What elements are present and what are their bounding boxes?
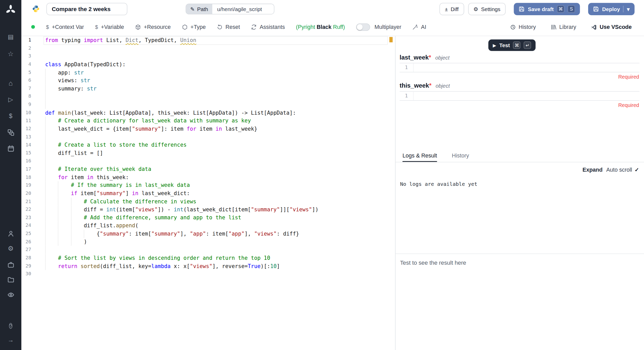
- add-resource-button[interactable]: +Resource: [135, 24, 171, 30]
- windmill-logo-icon[interactable]: [5, 5, 16, 15]
- line-number: 3: [21, 52, 31, 60]
- library-icon: [551, 24, 556, 30]
- wand-icon: [412, 24, 418, 30]
- path-control: ✎ Path u/henri/agile_script: [186, 4, 274, 14]
- code-line[interactable]: 4class AppData(TypedDict):: [21, 60, 395, 68]
- check-icon: ✓: [634, 167, 639, 173]
- audit-eye-icon[interactable]: [0, 289, 21, 299]
- code-line[interactable]: 13: [21, 133, 395, 141]
- code-line[interactable]: 9: [21, 101, 395, 109]
- code-line[interactable]: 18 for item in this_week:: [21, 173, 395, 181]
- code-line[interactable]: 17 # Iterate over this_week data: [21, 165, 395, 173]
- refresh-icon: [251, 24, 257, 30]
- reset-button[interactable]: Reset: [217, 24, 240, 30]
- workers-briefcase-icon[interactable]: [0, 259, 21, 269]
- deploy-save-icon: [593, 6, 599, 12]
- line-number: 21: [21, 197, 31, 205]
- code-line[interactable]: 10def main(last_week: List[AppData], thi…: [21, 109, 395, 117]
- code-line[interactable]: 30: [21, 270, 395, 278]
- assistants-button[interactable]: Assistants: [251, 24, 285, 30]
- multiplayer-label: Multiplayer: [375, 24, 401, 30]
- dollar-icon: $: [46, 24, 49, 30]
- settings-button[interactable]: ⚙ Settings: [468, 3, 506, 15]
- add-variable-button[interactable]: $ +Variable: [95, 24, 124, 30]
- code-line[interactable]: 3: [21, 52, 395, 60]
- code-line[interactable]: 25 {"summary": item["summary"], "app": i…: [21, 230, 395, 238]
- script-path-value[interactable]: u/henri/agile_script: [212, 4, 274, 14]
- test-button[interactable]: ▶ Test ⌘ ↵: [488, 39, 536, 51]
- line-number: 9: [21, 101, 31, 109]
- favorites-star-icon[interactable]: ☆: [0, 49, 21, 59]
- help-question-icon[interactable]: ?: [0, 321, 21, 330]
- code-line[interactable]: 28 # Sort the list by views in descendin…: [21, 254, 395, 262]
- save-draft-button[interactable]: Save draft ⌘ S: [514, 3, 580, 15]
- ai-button[interactable]: AI: [412, 24, 426, 30]
- code-line[interactable]: 22 diff = int(item["views"]) - int(last_…: [21, 206, 395, 214]
- code-line[interactable]: 2: [21, 44, 395, 52]
- command-key-icon: ⌘: [513, 41, 521, 49]
- code-line[interactable]: 12 last_week_dict = {item["summary"]: it…: [21, 125, 395, 133]
- runs-play-icon[interactable]: ▷: [0, 95, 21, 104]
- diff-button[interactable]: ± Diff: [439, 3, 464, 15]
- code-line[interactable]: 8: [21, 93, 395, 101]
- tab-history[interactable]: History: [452, 150, 469, 162]
- code-editor[interactable]: 1from typing import List, Dict, TypedDic…: [21, 36, 395, 350]
- code-line[interactable]: 16: [21, 157, 395, 165]
- folders-folder-icon[interactable]: [0, 274, 21, 284]
- last-week-input[interactable]: [414, 63, 639, 72]
- add-type-button[interactable]: +Type: [182, 24, 206, 30]
- required-label: Required: [618, 102, 639, 108]
- use-vscode-button[interactable]: Use VScode: [591, 24, 632, 30]
- history-button[interactable]: History: [510, 24, 536, 30]
- panels-icon[interactable]: ▤: [0, 32, 21, 42]
- code-line[interactable]: 26 ): [21, 238, 395, 246]
- code-line[interactable]: 19 # If the summary is in last_week data: [21, 181, 395, 189]
- overview-ruler-warning-mark: [389, 37, 393, 42]
- resources-icon[interactable]: [0, 127, 21, 137]
- expand-button[interactable]: Expand: [582, 167, 603, 173]
- multiplayer-toggle[interactable]: [356, 23, 370, 31]
- code-line[interactable]: 11 # Create a dictionary for last_week d…: [21, 117, 395, 125]
- tab-logs-result[interactable]: Logs & Result: [403, 150, 437, 162]
- box-icon: [135, 24, 141, 30]
- editor-toolbar: $ +Context Var $ +Variable +Resource +Ty…: [21, 18, 644, 36]
- code-line[interactable]: 7 summary: str: [21, 85, 395, 93]
- code-line[interactable]: 29 return sorted(diff_list, key=lambda x…: [21, 262, 395, 270]
- line-number: 27: [21, 246, 31, 254]
- home-icon[interactable]: ⌂: [0, 79, 21, 88]
- required-asterisk: *: [429, 82, 431, 89]
- sidebar: ▤ ☆ ⌂ ▷ $ ⚙ ? →: [0, 0, 21, 350]
- code-line[interactable]: 6 views: str: [21, 77, 395, 85]
- settings-gear-icon[interactable]: ⚙: [0, 244, 21, 253]
- code-line[interactable]: 20 if item["summary"] in last_week_dict:: [21, 189, 395, 197]
- deploy-button[interactable]: Deploy ▾: [588, 3, 634, 15]
- chevron-down-icon[interactable]: ▾: [627, 6, 630, 12]
- line-number: 10: [21, 109, 31, 117]
- line-number: 2: [21, 44, 31, 52]
- python-logo-icon: [32, 5, 40, 14]
- schedules-calendar-icon[interactable]: [0, 143, 21, 153]
- collapse-arrow-icon[interactable]: →: [0, 335, 21, 345]
- arg-editor-this-week: 1: [400, 91, 639, 101]
- script-title-input[interactable]: [46, 3, 127, 15]
- add-context-var-button[interactable]: $ +Context Var: [46, 24, 84, 30]
- required-asterisk: *: [429, 54, 431, 61]
- code-line[interactable]: 14 # Create a list to store the differen…: [21, 141, 395, 149]
- library-button[interactable]: Library: [551, 24, 576, 30]
- users-person-icon[interactable]: [0, 228, 21, 238]
- this-week-input[interactable]: [414, 92, 639, 100]
- no-logs-message: No logs are available yet: [400, 181, 477, 187]
- edit-path-button[interactable]: ✎ Path: [186, 4, 212, 14]
- line-number: 12: [21, 125, 31, 133]
- code-line[interactable]: 24 diff_list.append(: [21, 222, 395, 230]
- code-line[interactable]: 23 # Add the difference, summary and app…: [21, 214, 395, 222]
- auto-scroll-toggle[interactable]: Auto scroll ✓: [606, 167, 639, 173]
- code-line[interactable]: 1from typing import List, Dict, TypedDic…: [21, 36, 395, 44]
- arg-line-number: 1: [400, 92, 413, 100]
- code-line[interactable]: 15 diff_list = []: [21, 149, 395, 157]
- app-root: ▤ ☆ ⌂ ▷ $ ⚙ ? →: [0, 0, 644, 350]
- code-line[interactable]: 21 # Calculate the difference in views: [21, 197, 395, 205]
- variables-dollar-icon[interactable]: $: [0, 111, 21, 121]
- code-line[interactable]: 5 app: str: [21, 68, 395, 76]
- code-line[interactable]: 27: [21, 246, 395, 254]
